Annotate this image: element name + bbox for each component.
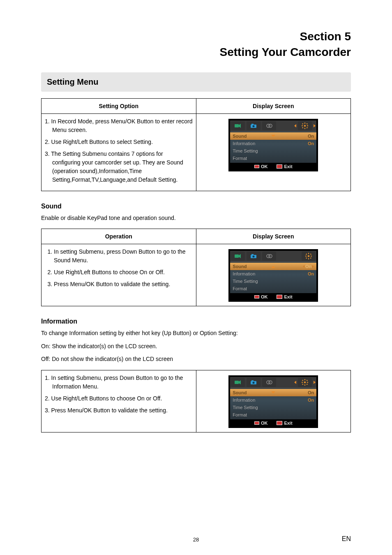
record-icon	[254, 165, 259, 168]
caret-down-icon	[271, 391, 275, 393]
lcd-screenshot-2: Sound On Information On Ti	[228, 249, 318, 302]
sound-heading: Sound	[41, 203, 351, 210]
svg-rect-47	[307, 384, 308, 385]
nav-right-arrow	[314, 381, 316, 384]
svg-rect-43	[307, 382, 308, 383]
menu-row-time-setting: Time Setting	[230, 404, 316, 411]
setting-menu-heading: Setting Menu	[41, 72, 351, 92]
t3-step-1: 1. In setting Submenu, press Down Button…	[45, 374, 193, 391]
svg-point-3	[253, 125, 255, 127]
camera-tab-icon	[247, 378, 261, 387]
svg-point-19	[253, 256, 255, 258]
menu-label: Information	[233, 397, 255, 403]
menu-label: Time Setting	[233, 148, 258, 154]
svg-rect-40	[304, 379, 305, 380]
svg-rect-11	[307, 125, 308, 126]
svg-rect-25	[308, 258, 309, 259]
lcd-screenshot-1: Sound On Information On Time Setting For…	[228, 119, 318, 171]
nav-left-arrow	[294, 381, 296, 384]
information-lead-1: To change Information setting by either …	[41, 329, 351, 338]
return-icon	[277, 421, 282, 425]
svg-point-38	[269, 381, 272, 384]
svg-point-6	[269, 124, 272, 127]
svg-rect-45	[307, 380, 308, 382]
svg-marker-33	[239, 380, 241, 384]
footer-exit: Exit	[277, 421, 292, 426]
sound-table: Operation Display Screen In setting Subm…	[41, 229, 351, 306]
t1-step-2: 2. Use Right/Left Buttons to select Sett…	[45, 138, 193, 146]
footer-exit: Exit	[277, 164, 292, 169]
gear-icon	[298, 378, 312, 387]
svg-rect-28	[306, 254, 307, 255]
menu-label: Information	[233, 141, 255, 146]
menu-label: Information	[233, 271, 255, 277]
effect-tab-icon	[262, 378, 276, 387]
svg-point-35	[253, 382, 255, 384]
t3-step-3: 3. Press Menu/OK Button to validate the …	[45, 406, 193, 415]
camera-tab-icon	[247, 121, 261, 130]
t2-step-1: In setting Submenu, press Down Button to…	[54, 247, 193, 265]
menu-row-time-setting: Time Setting	[230, 278, 316, 285]
footer-exit: Exit	[277, 294, 292, 299]
menu-value: On	[308, 141, 314, 146]
col-display-screen: Display Screen	[196, 229, 351, 244]
svg-rect-41	[304, 384, 305, 386]
movie-tab-icon	[231, 252, 245, 261]
record-icon	[254, 295, 259, 298]
menu-row-format: Format	[230, 285, 316, 292]
svg-rect-26	[305, 256, 307, 257]
menu-label: Format	[233, 155, 247, 161]
menu-value: On	[308, 133, 314, 139]
caret-up-icon	[271, 266, 275, 268]
svg-rect-20	[251, 254, 254, 255]
record-icon	[254, 421, 259, 425]
gear-icon	[302, 252, 316, 261]
svg-rect-4	[251, 124, 254, 125]
value-left-arrow-icon	[303, 265, 304, 268]
information-heading: Information	[41, 318, 351, 325]
t2-step-3: Press Menu/OK Button to validate the set…	[54, 280, 193, 289]
setting-menu-table: Setting Option Display Screen 1. In Reco…	[41, 98, 351, 191]
movie-tab-icon	[231, 378, 245, 387]
value-right-arrow-icon	[312, 265, 314, 268]
effect-tab-icon	[262, 252, 276, 261]
svg-rect-29	[310, 254, 312, 255]
information-table: 1. In setting Submenu, press Down Button…	[41, 370, 351, 432]
svg-rect-16	[235, 254, 239, 258]
svg-rect-42	[302, 382, 303, 383]
menu-value: On	[303, 264, 314, 269]
page-number: 28	[0, 536, 392, 543]
return-icon	[277, 164, 282, 169]
svg-rect-9	[304, 128, 305, 129]
nav-right-arrow	[314, 124, 316, 127]
lcd-screenshot-3: Sound On Information On Time Setting For…	[228, 375, 318, 428]
svg-point-7	[304, 125, 306, 127]
movie-tab-icon	[231, 121, 245, 130]
menu-value: On	[308, 390, 314, 395]
svg-rect-46	[302, 384, 304, 385]
menu-label: Sound	[233, 390, 247, 395]
menu-row-format: Format	[230, 155, 316, 162]
return-icon	[277, 295, 282, 299]
svg-rect-32	[235, 381, 239, 384]
caret-down-icon	[271, 135, 275, 137]
effect-tab-icon	[262, 121, 276, 130]
section-title: Setting Your Camcorder	[220, 46, 351, 58]
section-number: Section 5	[300, 30, 351, 43]
menu-label: Time Setting	[233, 278, 258, 284]
col-operation: Operation	[42, 229, 196, 244]
col-setting-option: Setting Option	[42, 98, 196, 113]
information-lead-2: On: Show the indicator(s) on the LCD scr…	[41, 342, 351, 351]
menu-label: Format	[233, 412, 247, 418]
svg-rect-13	[307, 123, 308, 125]
svg-marker-17	[239, 254, 241, 258]
menu-row-information: Information On	[230, 396, 316, 404]
svg-rect-15	[307, 127, 308, 128]
col-display-screen: Display Screen	[196, 98, 351, 113]
svg-rect-14	[302, 127, 304, 128]
menu-label: Sound	[233, 133, 247, 139]
menu-row-time-setting: Time Setting	[230, 147, 316, 155]
svg-rect-10	[302, 125, 303, 126]
footer-ok: OK	[254, 421, 268, 426]
svg-rect-24	[308, 253, 309, 254]
